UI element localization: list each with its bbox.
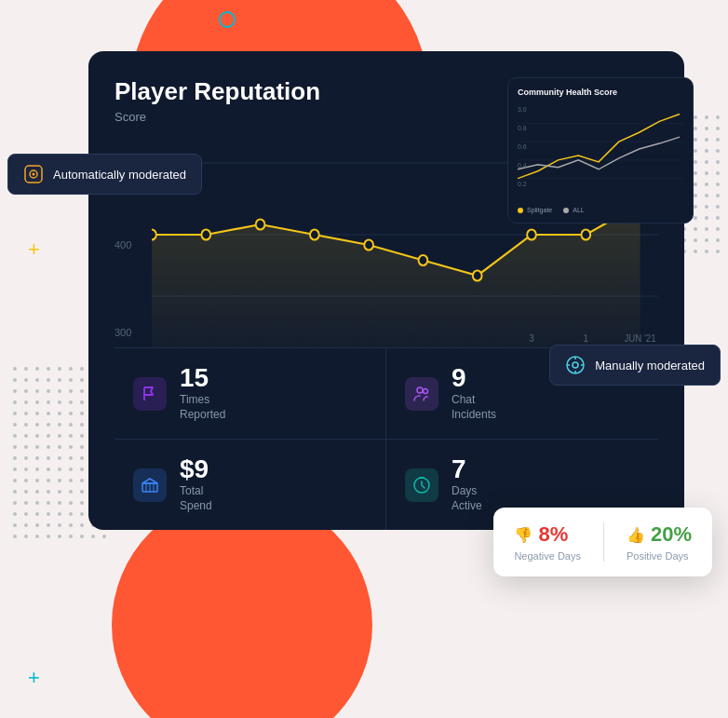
auto-moderated-label: Automatically moderated bbox=[53, 168, 186, 182]
bank-icon bbox=[141, 476, 159, 494]
svg-point-265 bbox=[705, 216, 708, 220]
svg-point-47 bbox=[58, 367, 61, 371]
svg-point-240 bbox=[694, 183, 697, 186]
svg-point-73 bbox=[47, 400, 50, 404]
thumb-down-icon: 👎 bbox=[514, 526, 533, 544]
svg-point-148 bbox=[80, 490, 84, 494]
stat-spend-text: $9 TotalSpend bbox=[180, 456, 212, 513]
svg-point-171 bbox=[35, 523, 39, 527]
svg-point-83 bbox=[58, 412, 61, 415]
svg-point-109 bbox=[47, 445, 50, 449]
svg-point-70 bbox=[13, 400, 17, 404]
svg-point-64 bbox=[47, 389, 50, 393]
svg-point-194 bbox=[716, 115, 720, 119]
svg-point-112 bbox=[80, 445, 84, 449]
svg-point-182 bbox=[58, 535, 61, 538]
stat-chat-label: ChatIncidents bbox=[452, 393, 496, 422]
svg-point-135 bbox=[35, 479, 39, 482]
svg-marker-21 bbox=[152, 204, 640, 347]
stat-chat-text: 9 ChatIncidents bbox=[452, 365, 496, 422]
svg-point-43 bbox=[13, 367, 17, 371]
svg-point-133 bbox=[13, 479, 17, 482]
svg-point-280 bbox=[694, 238, 697, 242]
positive-header: 👍 20% bbox=[627, 522, 692, 547]
svg-point-193 bbox=[705, 115, 708, 119]
svg-point-53 bbox=[24, 378, 28, 382]
svg-point-170 bbox=[24, 523, 28, 527]
svg-point-217 bbox=[705, 149, 708, 153]
svg-point-174 bbox=[69, 523, 73, 527]
svg-point-142 bbox=[13, 490, 17, 494]
main-dashboard-card: Community Health Score 3.0 0.8 0.6 0.4 0… bbox=[88, 51, 684, 530]
svg-point-79 bbox=[13, 412, 17, 415]
svg-point-97 bbox=[13, 434, 17, 438]
pct-divider bbox=[603, 522, 604, 562]
manual-moderated-label: Manually moderated bbox=[595, 359, 705, 373]
stat-card-reported: 15 TimesReported bbox=[115, 348, 386, 439]
svg-point-234 bbox=[716, 171, 720, 175]
stat-spend-label: TotalSpend bbox=[180, 484, 212, 513]
svg-text:0.4: 0.4 bbox=[518, 162, 527, 169]
stat-chat-number: 9 bbox=[452, 363, 466, 392]
svg-point-250 bbox=[716, 194, 720, 197]
flag-icon bbox=[141, 385, 159, 403]
svg-point-169 bbox=[13, 523, 17, 527]
svg-point-63 bbox=[35, 389, 39, 393]
svg-point-46 bbox=[47, 367, 50, 371]
svg-point-172 bbox=[47, 523, 50, 527]
svg-point-30 bbox=[581, 230, 590, 240]
svg-point-249 bbox=[705, 194, 708, 197]
svg-point-117 bbox=[35, 456, 39, 460]
svg-point-155 bbox=[58, 501, 61, 505]
svg-point-282 bbox=[716, 238, 720, 242]
svg-point-242 bbox=[716, 183, 720, 186]
health-chart-title: Community Health Score bbox=[518, 88, 683, 97]
svg-point-218 bbox=[716, 149, 720, 153]
svg-point-180 bbox=[35, 535, 39, 538]
health-chart-svg: 3.0 0.8 0.6 0.4 0.2 bbox=[518, 104, 683, 197]
negative-days-item: 👎 8% Negative Days bbox=[514, 522, 581, 562]
svg-point-202 bbox=[716, 127, 720, 130]
svg-point-29 bbox=[527, 230, 536, 240]
svg-point-80 bbox=[24, 412, 28, 415]
svg-text:3: 3 bbox=[529, 333, 534, 345]
stat-reported-number: 15 bbox=[180, 363, 209, 392]
days-percentage-card: 👎 8% Negative Days 👍 20% Positive Days bbox=[493, 508, 712, 576]
svg-point-100 bbox=[47, 434, 50, 438]
svg-point-290 bbox=[716, 250, 720, 253]
target-icon bbox=[23, 164, 44, 184]
svg-point-81 bbox=[35, 412, 39, 415]
svg-point-248 bbox=[694, 194, 697, 197]
svg-point-162 bbox=[35, 512, 39, 516]
svg-point-184 bbox=[80, 535, 84, 538]
svg-point-120 bbox=[69, 456, 73, 460]
svg-point-82 bbox=[47, 412, 50, 415]
svg-point-121 bbox=[80, 456, 84, 460]
svg-point-65 bbox=[58, 389, 61, 393]
stat-card-spend: $9 TotalSpend bbox=[115, 440, 386, 530]
activity-icon-container bbox=[405, 468, 438, 502]
svg-point-134 bbox=[24, 479, 28, 482]
stat-reported-label: TimesReported bbox=[180, 393, 225, 422]
positive-days-item: 👍 20% Positive Days bbox=[627, 522, 692, 562]
stat-days-label: DaysActive bbox=[452, 484, 482, 513]
svg-point-185 bbox=[91, 535, 95, 538]
auto-moderated-badge: Automatically moderated bbox=[7, 154, 202, 195]
svg-point-224 bbox=[694, 160, 697, 164]
svg-point-99 bbox=[35, 434, 39, 438]
svg-point-2 bbox=[33, 173, 35, 176]
svg-point-25 bbox=[310, 230, 319, 240]
positive-value: 20% bbox=[651, 522, 692, 547]
svg-point-56 bbox=[58, 378, 61, 382]
manual-moderated-badge: Manually moderated bbox=[549, 345, 721, 386]
svg-point-256 bbox=[694, 205, 697, 209]
activity-icon bbox=[412, 476, 431, 494]
svg-point-210 bbox=[716, 138, 720, 142]
stat-days-text: 7 DaysActive bbox=[452, 456, 482, 513]
svg-point-75 bbox=[69, 400, 73, 404]
svg-point-179 bbox=[24, 535, 28, 538]
svg-point-130 bbox=[80, 467, 84, 471]
svg-point-92 bbox=[58, 423, 61, 427]
bank-icon-container bbox=[133, 468, 167, 502]
svg-point-192 bbox=[694, 115, 697, 119]
